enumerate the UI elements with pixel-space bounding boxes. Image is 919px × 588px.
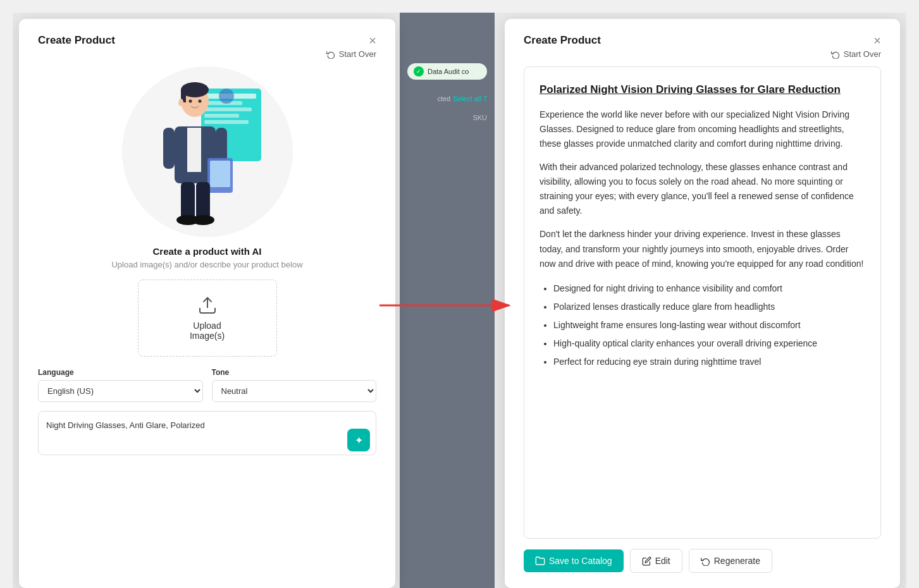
regenerate-label: Regenerate [714, 556, 760, 566]
person-illustration [144, 70, 271, 234]
bullet-2: Polarized lenses drastically reduce glar… [553, 300, 865, 314]
divider-column: ✓ Data Audit co cted Select all 7 SKU [400, 13, 495, 588]
svg-point-20 [188, 100, 192, 103]
right-start-over-label: Start Over [844, 49, 881, 59]
svg-rect-17 [196, 182, 210, 220]
edit-icon [642, 556, 651, 566]
left-close-button[interactable]: × [369, 34, 376, 47]
sku-label: SKU [407, 114, 487, 121]
data-audit-section: ✓ Data Audit co [407, 63, 487, 80]
regenerate-icon [701, 556, 710, 566]
bullet-4: High-quality optical clarity enhances yo… [553, 336, 865, 351]
upload-box[interactable]: Upload Image(s) [138, 279, 277, 357]
left-modal-header: Create Product × [38, 34, 376, 47]
right-modal-header: Create Product × [524, 34, 881, 47]
upload-icon [197, 295, 218, 315]
tone-select[interactable]: Neutral Professional Casual [212, 380, 377, 402]
product-para-2: With their advanced polarized technology… [540, 160, 865, 218]
language-tone-row: Language English (US) Spanish French Ton… [38, 368, 376, 402]
product-bullets: Designed for night driving to enhance vi… [540, 281, 865, 369]
right-modal: Create Product × Start Over Polarized Ni… [505, 19, 900, 588]
illustration-area: Create a product with AI Upload image(s)… [38, 66, 376, 269]
action-buttons-row: Save to Catalog Edit Regenerate [524, 549, 881, 573]
save-icon [535, 556, 545, 566]
edit-label: Edit [655, 556, 670, 566]
svg-rect-13 [216, 128, 227, 162]
svg-rect-16 [181, 182, 195, 220]
save-to-catalog-button[interactable]: Save to Catalog [524, 549, 624, 572]
left-start-over-label: Start Over [339, 49, 376, 59]
left-modal: Create Product × Start Over [19, 19, 395, 588]
refresh-icon [326, 50, 335, 59]
svg-point-22 [178, 99, 183, 106]
right-start-over-button[interactable]: Start Over [831, 49, 881, 59]
regenerate-button[interactable]: Regenerate [689, 549, 772, 573]
svg-rect-4 [204, 114, 239, 118]
checkmark-icon: ✓ [414, 66, 424, 77]
bullet-5: Perfect for reducing eye strain during n… [553, 355, 865, 369]
illustration-circle [122, 66, 293, 237]
selected-text: cted [437, 95, 450, 102]
sparkle-icon: ✦ [355, 434, 363, 446]
svg-rect-15 [210, 161, 230, 187]
select-all-link[interactable]: Select all 7 [453, 95, 487, 102]
product-para-3: Don't let the darkness hinder your drivi… [540, 227, 865, 271]
language-label: Language [38, 368, 203, 377]
left-modal-title: Create Product [38, 34, 115, 47]
right-modal-title: Create Product [524, 34, 601, 47]
illustration-subtitle: Upload image(s) and/or describe your pro… [111, 260, 302, 269]
svg-rect-3 [204, 107, 252, 111]
product-paragraphs: Experience the world like never before w… [540, 107, 865, 271]
bullet-3: Lightweight frame ensures long-lasting w… [553, 318, 865, 333]
edit-button[interactable]: Edit [630, 549, 682, 573]
selection-row: cted Select all 7 [407, 95, 487, 102]
ai-generate-button[interactable]: ✦ [347, 429, 370, 451]
product-text-input[interactable] [38, 411, 376, 455]
language-select[interactable]: English (US) Spanish French [38, 380, 203, 402]
refresh-icon-right [831, 50, 840, 59]
data-audit-badge: ✓ Data Audit co [407, 63, 487, 80]
upload-label: Upload Image(s) [190, 321, 225, 341]
product-content-area: Polarized Night Vision Driving Glasses f… [524, 66, 881, 539]
tone-label: Tone [212, 368, 377, 377]
svg-rect-5 [204, 120, 249, 124]
svg-rect-12 [163, 128, 175, 169]
tone-group: Tone Neutral Professional Casual [212, 368, 377, 402]
language-group: Language English (US) Spanish French [38, 368, 203, 402]
left-start-over-button[interactable]: Start Over [326, 49, 376, 59]
svg-rect-11 [187, 128, 201, 172]
svg-point-21 [198, 100, 201, 103]
product-para-1: Experience the world like never before w… [540, 107, 865, 151]
product-input-wrapper: ✦ [38, 411, 376, 458]
data-audit-text: Data Audit co [428, 68, 469, 75]
bullet-1: Designed for night driving to enhance vi… [553, 281, 865, 296]
product-title: Polarized Night Vision Driving Glasses f… [540, 82, 865, 97]
illustration-title: Create a product with AI [153, 246, 262, 257]
right-close-button[interactable]: × [873, 34, 881, 47]
save-label: Save to Catalog [549, 556, 612, 566]
svg-point-6 [219, 89, 234, 104]
svg-point-19 [192, 215, 214, 225]
